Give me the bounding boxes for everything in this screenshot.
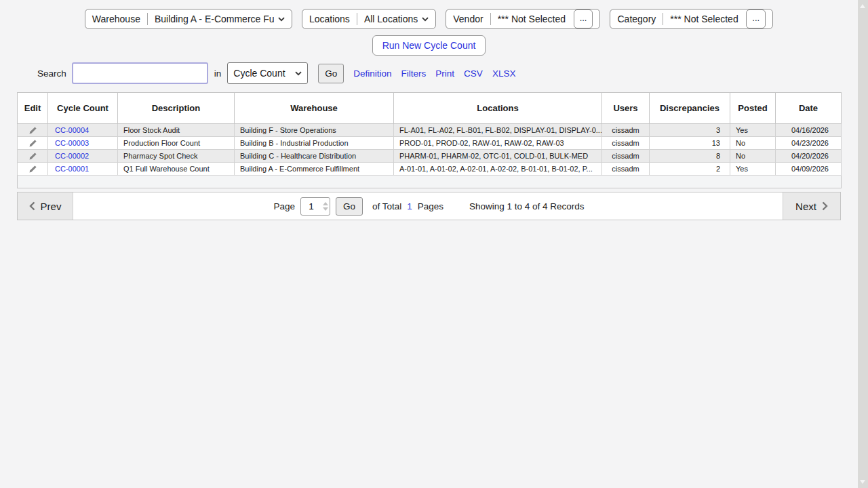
warehouse-cell: Building A - E-Commerce Fulfillment: [235, 163, 394, 176]
chevron-down-icon: [278, 17, 285, 22]
page-number-spinner[interactable]: [321, 198, 330, 215]
cycle-count-table: Edit Cycle Count Description Warehouse L…: [17, 92, 842, 188]
spinner-down-icon[interactable]: [323, 207, 328, 211]
column-header-description: Description: [118, 93, 235, 124]
showing-records-text: Showing 1 to 4 of 4 Records: [469, 201, 585, 211]
locations-filter[interactable]: Locations All Locations: [302, 9, 436, 29]
category-filter-label: Category: [617, 14, 656, 24]
users-cell: cissadm: [602, 137, 650, 150]
warehouse-cell: Building B - Industrial Production: [235, 137, 394, 150]
cycle-count-link[interactable]: CC-00004: [55, 126, 89, 134]
posted-cell: No: [730, 137, 776, 150]
next-page-button[interactable]: Next: [783, 192, 840, 220]
date-cell: 04/20/2026: [776, 150, 842, 163]
warehouse-filter-label: Warehouse: [92, 14, 140, 24]
search-label: Search: [37, 68, 66, 79]
locations-cell: FL-A01, FL-A02, FL-B01, FL-B02, DISPLAY-…: [394, 124, 602, 137]
search-in-selected-value: Cycle Count: [233, 68, 285, 79]
column-header-posted: Posted: [730, 93, 776, 124]
edit-pencil-icon[interactable]: [28, 152, 37, 161]
warehouse-cell: Building C - Healthcare Distribution: [235, 150, 394, 163]
page-go-button[interactable]: Go: [336, 197, 363, 216]
search-input[interactable]: [72, 62, 208, 84]
scrollbar-down-arrow-icon[interactable]: [860, 480, 865, 484]
discrepancies-cell: 3: [650, 124, 730, 137]
discrepancies-cell: 2: [650, 163, 730, 176]
description-cell: Floor Stock Audit: [118, 124, 235, 137]
chevron-down-icon: [295, 71, 302, 76]
filters-link[interactable]: Filters: [401, 68, 427, 79]
description-cell: Q1 Full Warehouse Count: [118, 163, 235, 176]
cycle-count-link[interactable]: CC-00003: [55, 139, 89, 147]
vendor-filter: Vendor *** Not Selected *** ...: [446, 9, 600, 29]
xlsx-link[interactable]: XLSX: [492, 68, 516, 79]
date-cell: 04/09/2026: [776, 163, 842, 176]
discrepancies-cell: 13: [650, 137, 730, 150]
cycle-count-link[interactable]: CC-00002: [55, 152, 89, 160]
separator: [357, 13, 357, 25]
edit-pencil-icon[interactable]: [28, 126, 37, 135]
table-header-row: Edit Cycle Count Description Warehouse L…: [18, 93, 842, 124]
cycle-count-link[interactable]: CC-00001: [55, 165, 89, 173]
table-row: CC-00003 Production Floor Count Building…: [18, 137, 842, 150]
locations-filter-value[interactable]: All Locations: [364, 14, 418, 24]
date-cell: 04/16/2026: [776, 124, 842, 137]
separator: [663, 13, 663, 25]
spinner-up-icon[interactable]: [323, 202, 328, 205]
run-new-cycle-count-button[interactable]: Run New Cycle Count: [372, 35, 486, 56]
category-filter: Category *** Not Selected *** ...: [610, 9, 773, 29]
category-more-button[interactable]: ...: [746, 9, 766, 28]
page-number-input[interactable]: [301, 198, 321, 215]
date-cell: 04/23/2026: [776, 137, 842, 150]
column-header-edit: Edit: [18, 93, 48, 124]
posted-cell: Yes: [730, 163, 776, 176]
search-in-select[interactable]: Cycle Count: [227, 62, 308, 84]
run-row: Run New Cycle Count: [0, 35, 858, 56]
vendor-filter-label: Vendor: [453, 14, 483, 24]
vendor-filter-value: *** Not Selected ***: [498, 14, 568, 24]
warehouse-cell: Building F - Store Operations: [235, 124, 394, 137]
total-pages-link[interactable]: 1: [407, 201, 412, 211]
column-header-warehouse: Warehouse: [235, 93, 394, 124]
locations-cell: PROD-01, PROD-02, RAW-01, RAW-02, RAW-03: [394, 137, 602, 150]
discrepancies-cell: 8: [650, 150, 730, 163]
category-filter-value: *** Not Selected ***: [670, 14, 741, 24]
edit-pencil-icon[interactable]: [28, 165, 37, 174]
column-header-cycle-count: Cycle Count: [48, 93, 118, 124]
filter-bar: Warehouse Building A - E-Commerce Fulfil…: [0, 9, 858, 29]
total-pages-suffix: Pages: [418, 201, 443, 211]
definition-link[interactable]: Definition: [353, 68, 391, 79]
vendor-more-button[interactable]: ...: [574, 9, 593, 28]
search-in-label: in: [214, 68, 222, 79]
search-row: Search in Cycle Count Go Definition Filt…: [37, 62, 858, 84]
column-header-discrepancies: Discrepancies: [650, 93, 730, 124]
warehouse-filter-value[interactable]: Building A - E-Commerce Fulfillment: [155, 14, 274, 24]
table-row: CC-00001 Q1 Full Warehouse Count Buildin…: [18, 163, 842, 176]
pagination-bar: Prev Page Go of Total 1 Pages Showing 1 …: [17, 192, 841, 220]
posted-cell: Yes: [730, 124, 776, 137]
page-label: Page: [273, 201, 295, 211]
users-cell: cissadm: [602, 124, 650, 137]
users-cell: cissadm: [602, 150, 650, 163]
edit-pencil-icon[interactable]: [28, 139, 37, 148]
warehouse-filter[interactable]: Warehouse Building A - E-Commerce Fulfil…: [85, 9, 292, 29]
description-cell: Pharmacy Spot Check: [118, 150, 235, 163]
posted-cell: No: [730, 150, 776, 163]
locations-cell: PHARM-01, PHARM-02, OTC-01, COLD-01, BUL…: [394, 150, 602, 163]
chevron-down-icon: [422, 17, 429, 22]
table-row: CC-00002 Pharmacy Spot Check Building C …: [18, 150, 842, 163]
chevron-right-icon: [822, 201, 828, 211]
scrollbar-up-arrow-icon[interactable]: [860, 4, 865, 8]
separator: [147, 13, 148, 25]
locations-cell: A-01-01, A-01-02, A-02-01, A-02-02, B-01…: [394, 163, 602, 176]
next-label: Next: [795, 201, 816, 212]
pagination-center: Page Go of Total 1 Pages Showing 1 to 4 …: [18, 192, 840, 220]
print-link[interactable]: Print: [435, 68, 454, 79]
locations-filter-label: Locations: [309, 14, 350, 24]
csv-link[interactable]: CSV: [464, 68, 483, 79]
search-go-button[interactable]: Go: [318, 64, 344, 83]
column-header-locations: Locations: [394, 93, 602, 124]
vertical-scrollbar[interactable]: [858, 0, 868, 488]
search-links: Definition Filters Print CSV XLSX: [353, 68, 515, 79]
description-cell: Production Floor Count: [118, 137, 235, 150]
